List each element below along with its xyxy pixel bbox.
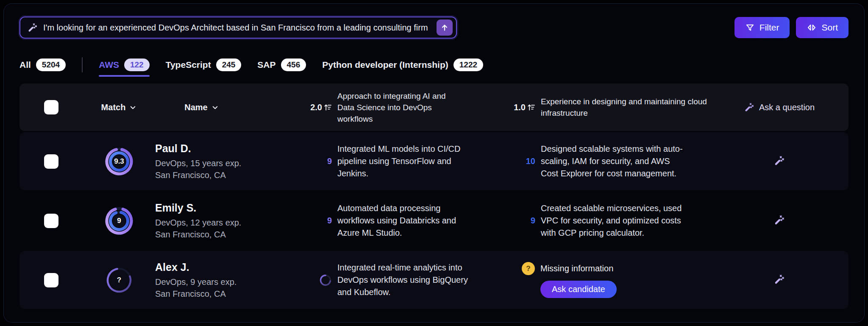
row-ask-question-button[interactable] bbox=[774, 274, 785, 286]
match-score-value: ? bbox=[104, 265, 134, 295]
missing-information-status: ? Missing information bbox=[522, 262, 613, 275]
match-score-ring-pending: ? bbox=[104, 265, 134, 295]
missing-information-label: Missing information bbox=[540, 264, 613, 273]
answer2-text: Created scalable microservices, used VPC… bbox=[541, 202, 688, 239]
answer1-score: 9 bbox=[327, 216, 332, 226]
arrow-up-icon bbox=[440, 23, 449, 32]
sort-button[interactable]: Sort bbox=[796, 17, 849, 38]
search-submit-button[interactable] bbox=[437, 20, 453, 36]
sort-icon bbox=[807, 22, 817, 33]
ai-search-bar bbox=[19, 17, 457, 39]
table-header: Match Name 2.0 Approach to integrating A bbox=[19, 84, 849, 131]
answer2-score: 10 bbox=[526, 156, 535, 166]
match-score-ring: 9 bbox=[104, 206, 134, 236]
tab-label: Python developer (Internship) bbox=[322, 60, 448, 70]
ask-candidate-button[interactable]: Ask candidate bbox=[540, 281, 617, 298]
question2-weight-control[interactable]: 1.0 bbox=[514, 103, 535, 112]
magic-wand-icon bbox=[774, 274, 785, 285]
match-score-value: 9.3 bbox=[104, 146, 134, 177]
toolbar-actions: Filter Sort bbox=[734, 17, 849, 38]
candidate-name: Alex J. bbox=[155, 260, 308, 274]
tab-count-badge: 456 bbox=[281, 59, 306, 71]
weight-sort-icon bbox=[323, 103, 332, 111]
filter-label: Filter bbox=[760, 22, 779, 33]
row-checkbox[interactable] bbox=[44, 273, 58, 287]
match-score-ring: 9.3 bbox=[104, 146, 134, 177]
candidates-table: Match Name 2.0 Approach to integrating A bbox=[19, 84, 849, 309]
tab-typescript[interactable]: TypeScript 245 bbox=[166, 56, 242, 74]
magic-wand-icon bbox=[774, 155, 785, 166]
tab-python-developer-internship[interactable]: Python developer (Internship) 1222 bbox=[322, 56, 483, 74]
question-mark-badge: ? bbox=[522, 262, 535, 275]
candidate-location: San Francisco, CA bbox=[155, 288, 308, 300]
tab-count-badge: 245 bbox=[216, 59, 242, 71]
chevron-down-icon bbox=[129, 103, 137, 111]
ask-a-question-button[interactable]: Ask a question bbox=[744, 102, 815, 112]
tab-sap[interactable]: SAP 456 bbox=[257, 56, 306, 74]
loading-spinner bbox=[319, 274, 332, 287]
magic-wand-icon bbox=[744, 102, 754, 112]
candidate-name: Paul D. bbox=[155, 142, 308, 155]
ask-a-question-label: Ask a question bbox=[759, 103, 815, 112]
candidate-name: Emily S. bbox=[155, 201, 308, 215]
name-column-sort[interactable]: Name bbox=[155, 103, 248, 112]
candidate-row[interactable]: ? Alex J. DevOps, 9 years exp. San Franc… bbox=[19, 251, 849, 309]
answer1-text: Integrated real-time analytics into DevO… bbox=[337, 262, 470, 298]
row-ask-question-button[interactable] bbox=[774, 215, 785, 227]
filter-tabs: All 5204 AWS 122 TypeScript 245 SAP 456 … bbox=[19, 56, 849, 74]
candidate-row[interactable]: 9 Emily S. DevOps, 12 years exp. San Fra… bbox=[19, 192, 849, 250]
weight-sort-icon bbox=[527, 103, 535, 111]
candidate-summary: DevOps, 9 years exp. bbox=[155, 276, 308, 288]
filter-button[interactable]: Filter bbox=[734, 17, 790, 38]
funnel-icon bbox=[745, 23, 755, 33]
answer2-text: Designed scalable systems with auto-scal… bbox=[541, 143, 688, 180]
candidate-row[interactable]: 9.3 Paul D. DevOps, 15 years exp. San Fr… bbox=[19, 132, 849, 190]
search-input[interactable] bbox=[43, 23, 431, 33]
answer1-text: Integrated ML models into CI/CD pipeline… bbox=[337, 143, 470, 180]
top-bar: Filter Sort bbox=[19, 17, 849, 39]
answer1-text: Automated data processing workflows usin… bbox=[337, 202, 470, 239]
question1-weight: 2.0 bbox=[310, 103, 322, 112]
question2-text: Experience in designing and maintaining … bbox=[541, 96, 707, 119]
magic-wand-icon bbox=[774, 215, 785, 226]
tab-count-badge: 1222 bbox=[453, 59, 483, 71]
match-column-label: Match bbox=[101, 103, 126, 112]
question1-text: Approach to integrating AI and Data Scie… bbox=[337, 90, 465, 125]
candidate-search-panel: Filter Sort All 5204 AWS 122 TypeScript … bbox=[3, 3, 865, 323]
tab-all[interactable]: All 5204 bbox=[19, 56, 66, 74]
candidate-location: San Francisco, CA bbox=[155, 169, 308, 181]
name-column-label: Name bbox=[184, 103, 207, 112]
sort-label: Sort bbox=[821, 22, 838, 33]
tab-count-badge: 5204 bbox=[36, 59, 66, 71]
tabs-divider bbox=[82, 57, 83, 72]
match-score-value: 9 bbox=[104, 206, 134, 236]
select-all-checkbox[interactable] bbox=[44, 100, 58, 114]
candidate-summary: DevOps, 15 years exp. bbox=[155, 157, 308, 169]
tab-aws[interactable]: AWS 122 bbox=[99, 56, 150, 74]
tab-label: AWS bbox=[99, 60, 119, 70]
magic-wand-icon bbox=[28, 22, 38, 33]
tab-label: SAP bbox=[257, 60, 275, 70]
candidate-summary: DevOps, 12 years exp. bbox=[155, 217, 308, 228]
candidate-location: San Francisco, CA bbox=[155, 228, 308, 240]
tab-label: All bbox=[19, 60, 31, 70]
question2-weight: 1.0 bbox=[514, 103, 526, 112]
match-column-sort[interactable]: Match bbox=[101, 103, 137, 112]
question1-weight-control[interactable]: 2.0 bbox=[310, 103, 332, 112]
row-ask-question-button[interactable] bbox=[774, 155, 785, 167]
answer1-score: 9 bbox=[327, 156, 332, 166]
tab-label: TypeScript bbox=[166, 60, 211, 70]
row-checkbox[interactable] bbox=[44, 214, 58, 228]
chevron-down-icon bbox=[211, 103, 219, 111]
row-checkbox[interactable] bbox=[44, 154, 58, 169]
tab-count-badge: 122 bbox=[124, 59, 150, 71]
answer2-score: 9 bbox=[531, 216, 535, 226]
